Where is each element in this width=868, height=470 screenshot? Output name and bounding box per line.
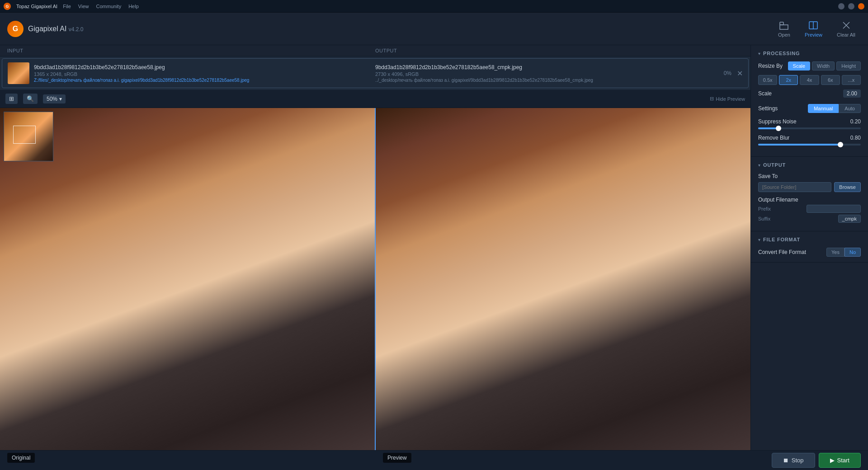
output-section: ▾ OUTPUT Save To Browse Output Filename … [751, 157, 868, 231]
content-area: INPUT OUTPUT 9bdd3ad1b28f9812d2b1b3be52e… [0, 45, 750, 470]
split-view-button[interactable]: ⊞ [5, 94, 18, 104]
remove-blur-thumb[interactable] [838, 142, 843, 147]
zoom-value: 50% [47, 96, 57, 102]
titlebar-menu[interactable]: File View Community Help [63, 4, 139, 9]
main-toolbar: G Gigapixel AI v4.2.0 Open Preview Clear… [0, 13, 868, 45]
output-dimensions: 2730 x 4096, sRGB [375, 71, 724, 77]
brand-area: G Gigapixel AI v4.2.0 [7, 21, 84, 37]
open-button[interactable]: Open [773, 18, 796, 40]
svg-rect-0 [780, 22, 783, 25]
output-preview-panel: Preview [376, 108, 750, 470]
prefix-input[interactable] [807, 205, 861, 213]
scale-mode-button[interactable]: Scale [788, 61, 811, 70]
output-header: ▾ OUTPUT [758, 162, 861, 168]
start-label: Start [837, 457, 849, 464]
toolbar-actions: Open Preview Clear All [773, 18, 861, 40]
start-button[interactable]: ▶ Start [819, 453, 861, 468]
titlebar-left: G Topaz Gigapixel AI File View Community… [4, 3, 139, 10]
convert-format-toggle: Yes No [826, 248, 861, 257]
window-controls[interactable]: ─ □ ✕ [838, 3, 864, 9]
suffix-label: Suffix [758, 216, 770, 221]
progress-indicator: 0% [724, 70, 731, 76]
settings-label: Settings [758, 105, 778, 112]
suppress-noise-thumb[interactable] [776, 126, 781, 131]
save-to-row: Save To Browse [758, 173, 861, 192]
scale-2x-button[interactable]: 2x [779, 75, 798, 85]
input-filepath: Z:/files/_desktop/печать файлов/топаз а.… [34, 78, 375, 83]
menu-file[interactable]: File [63, 4, 71, 9]
convert-format-row: Convert File Format Yes No [758, 248, 861, 257]
settings-mode-row: Settings Mannual Auto [758, 104, 861, 113]
file-format-header: ▾ FILE FORMAT [758, 237, 861, 242]
file-format-collapse-button[interactable]: ▾ [758, 237, 760, 242]
file-info: 9bdd3ad1b28f9812d2b1b3be52e278182b5aee58… [34, 64, 375, 83]
resize-by-buttons: Scale Width Height [788, 61, 861, 70]
hide-preview-button[interactable]: ⊟ Hide Preview [710, 96, 745, 102]
close-button[interactable]: ✕ [858, 3, 864, 9]
processing-collapse-button[interactable]: ▾ [758, 51, 760, 56]
resize-by-row: Resize By Scale Width Height [758, 61, 861, 70]
zoom-selector[interactable]: 50% [43, 94, 66, 103]
minimize-button[interactable]: ─ [838, 3, 844, 9]
manual-mode-button[interactable]: Mannual [808, 104, 839, 113]
menu-view[interactable]: View [78, 4, 89, 9]
output-filename: 9bdd3ad1b28f9812d2b1b3be52e278182b5aee58… [375, 64, 724, 70]
output-filepath: ../_desktop/печать файлов/топаз а.i. gig… [375, 78, 724, 83]
auto-mode-button[interactable]: Auto [839, 104, 861, 113]
remove-blur-track[interactable] [758, 144, 861, 146]
app-logo-icon: G [4, 3, 11, 10]
suppress-noise-track[interactable] [758, 127, 861, 129]
file-output-section: 9bdd3ad1b28f9812d2b1b3be52e278182b5aee58… [375, 64, 743, 83]
save-to-input[interactable] [758, 182, 831, 192]
output-filename-row: Output Filename Prefix Suffix _cmpk [758, 197, 861, 223]
main-layout: INPUT OUTPUT 9bdd3ad1b28f9812d2b1b3be52e… [0, 45, 868, 470]
remove-blur-value: 0.80 [850, 135, 861, 141]
remove-blur-slider-row: Remove Blur 0.80 [758, 135, 861, 146]
suppress-noise-value: 0.20 [850, 118, 861, 125]
file-list-header: INPUT OUTPUT [0, 45, 750, 56]
save-to-input-row: Browse [758, 182, 861, 192]
output-image [376, 108, 750, 470]
convert-yes-button[interactable]: Yes [826, 248, 844, 257]
browse-button[interactable]: Browse [834, 182, 861, 192]
output-filename-label: Output Filename [758, 197, 798, 203]
remove-file-button[interactable]: ✕ [737, 69, 743, 78]
output-info: 9bdd3ad1b28f9812d2b1b3be52e278182b5aee58… [375, 64, 724, 83]
file-format-title: FILE FORMAT [763, 237, 800, 242]
suppress-noise-header: Suppress Noise 0.20 [758, 118, 861, 125]
scale-value-row: Scale 2.00 [758, 89, 861, 98]
processing-header: ▾ PROCESSING [758, 51, 861, 56]
input-column-header: INPUT [7, 48, 375, 53]
height-mode-button[interactable]: Height [836, 61, 861, 70]
input-filename: 9bdd3ad1b28f9812d2b1b3be52e278182b5aee58… [34, 64, 375, 70]
prefix-label: Prefix [758, 206, 771, 212]
original-preview-panel: Original [0, 108, 375, 470]
prefix-row: Prefix [758, 205, 861, 213]
resize-by-label: Resize By [758, 63, 783, 69]
scale-half-button[interactable]: 0.5x [758, 75, 777, 85]
scale-custom-button[interactable]: ...x [842, 75, 861, 85]
clear-all-button[interactable]: Clear All [831, 18, 861, 40]
thumbnail-navigator[interactable] [4, 112, 53, 161]
file-row[interactable]: 9bdd3ad1b28f9812d2b1b3be52e278182b5aee58… [2, 58, 749, 88]
width-mode-button[interactable]: Width [812, 61, 835, 70]
app-title: Topaz Gigapixel AI [16, 4, 57, 9]
zoom-tool-button[interactable]: 🔍 [23, 94, 38, 104]
scale-6x-button[interactable]: 6x [821, 75, 840, 85]
output-title: OUTPUT [763, 162, 786, 168]
scale-label: Scale [758, 90, 772, 97]
scale-4x-button[interactable]: 4x [800, 75, 819, 85]
menu-community[interactable]: Community [96, 4, 122, 9]
suffix-value: _cmpk [838, 215, 861, 223]
preview-button[interactable]: Preview [799, 18, 828, 40]
brand-name: Gigapixel AI v4.2.0 [28, 25, 84, 33]
image-preview-area[interactable]: Original Preview [0, 108, 750, 470]
maximize-button[interactable]: □ [848, 3, 854, 9]
file-thumbnail [8, 62, 29, 84]
menu-help[interactable]: Help [128, 4, 139, 9]
suppress-noise-slider-row: Suppress Noise 0.20 [758, 118, 861, 129]
remove-blur-header: Remove Blur 0.80 [758, 135, 861, 141]
convert-no-button[interactable]: No [844, 248, 861, 257]
output-collapse-button[interactable]: ▾ [758, 163, 760, 168]
stop-button[interactable]: ⏹ Stop [772, 453, 815, 468]
